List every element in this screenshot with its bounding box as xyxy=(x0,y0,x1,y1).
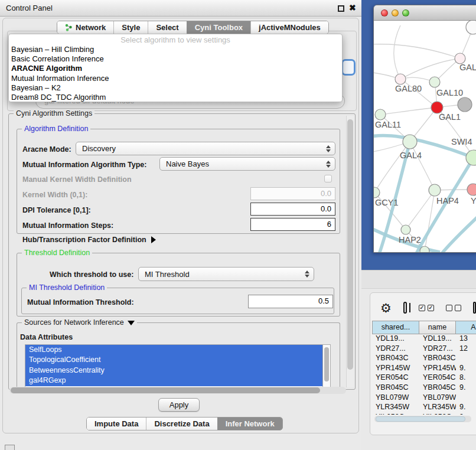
network-node[interactable] xyxy=(458,97,472,112)
table-hscrollbar-thumb[interactable] xyxy=(376,416,465,422)
node-table[interactable]: shared...nameA YDL19...YDL19...13YDR27..… xyxy=(372,321,476,415)
float-window-icon[interactable] xyxy=(338,5,344,12)
network-canvas[interactable]: GALGAL80GAL10GAL1GAL11SWI4GAL4HAP4YGCY1H… xyxy=(374,21,476,253)
mi-threshold-legend: MI Threshold Definition xyxy=(27,283,107,292)
table-cell: YER054C xyxy=(372,373,419,383)
table-cell: YDR27... xyxy=(372,344,419,354)
tab-style[interactable]: Style xyxy=(113,21,148,34)
aracne-mode-label: Aracne Mode: xyxy=(22,145,71,154)
kernel-width-field[interactable]: 0.0 xyxy=(250,187,335,200)
network-node-hap4[interactable] xyxy=(429,184,441,196)
network-window-titlebar[interactable] xyxy=(374,5,476,21)
tab-label: Select xyxy=(156,23,178,32)
mac-minimize-icon[interactable] xyxy=(392,9,399,17)
manual-kernel-label: Manual Kernel Width Definition xyxy=(22,175,132,184)
table-toolbar: ⚙ ✓✓ xyxy=(380,297,476,318)
table-row[interactable]: YBR043CYBR043C xyxy=(372,354,476,364)
network-edge xyxy=(380,107,437,115)
network-node-y[interactable] xyxy=(467,184,476,195)
table-row[interactable]: YDR27...YDR27...12 xyxy=(372,344,476,354)
table-column-header[interactable]: name xyxy=(419,321,456,334)
algorithm-definition-legend: Algorithm Definition xyxy=(22,125,90,133)
table-row[interactable]: YLR345WYLR345W9. xyxy=(372,403,476,413)
table-row[interactable]: YER054CYER054C8. xyxy=(372,373,476,383)
aracne-mode-combo[interactable]: Discovery xyxy=(76,142,335,155)
network-node-hap2[interactable] xyxy=(401,225,410,234)
table-column-header[interactable]: shared... xyxy=(372,321,419,334)
tab-jactivemnodules[interactable]: jActiveMNodules xyxy=(250,21,328,34)
attribute-item[interactable]: SelfLoops xyxy=(25,345,322,355)
collapsed-panel-icon[interactable] xyxy=(5,445,15,450)
dpi-tolerance-label: DPI Tolerance [0,1]: xyxy=(22,206,91,214)
tab-label: Cyni Toolbox xyxy=(195,23,243,32)
table-row[interactable]: YBR045CYBR045C9. xyxy=(372,383,476,393)
dpi-tolerance-field[interactable]: 0.0 xyxy=(250,203,335,216)
mi-type-combo[interactable]: Naive Bayes xyxy=(159,157,335,171)
mi-threshold-field[interactable]: 0.5 xyxy=(248,295,333,308)
table-column-header[interactable]: A xyxy=(456,321,476,334)
mi-threshold-label: Mutual Information Threshold: xyxy=(27,298,134,306)
tab-label: Discretize Data xyxy=(154,419,209,428)
bottom-tab-discretize-data[interactable]: Discretize Data xyxy=(146,418,217,430)
node-label: GCY1 xyxy=(375,198,399,207)
attributes-scrollbar[interactable] xyxy=(323,344,331,387)
settings-vscrollbar-thumb[interactable] xyxy=(347,119,353,370)
algorithm-option[interactable]: Bayesian – Hill Climbing xyxy=(9,45,342,54)
tab-network[interactable]: Network xyxy=(57,21,113,34)
table-row[interactable]: YPR145WYPR145W9. xyxy=(372,364,476,374)
bottom-tab-impute-data[interactable]: Impute Data xyxy=(87,418,146,430)
network-edge xyxy=(425,190,435,251)
table-cell: YPR145W xyxy=(419,364,456,374)
mi-steps-field[interactable]: 6 xyxy=(250,218,335,231)
tab-label: Network xyxy=(76,23,106,32)
attribute-item[interactable]: TopologicalCoefficient xyxy=(25,355,322,365)
algorithm-option[interactable]: Basic Correlation Inference xyxy=(9,54,342,64)
algorithm-option[interactable]: Bayesian – K2 xyxy=(9,83,342,93)
aracne-mode-value: Discovery xyxy=(82,144,116,153)
bottom-tab-infer-network[interactable]: Infer Network xyxy=(217,418,282,430)
network-node[interactable] xyxy=(420,246,429,253)
mac-zoom-icon[interactable] xyxy=(402,9,409,17)
network-edge xyxy=(406,190,435,230)
network-node-gal11[interactable] xyxy=(375,109,386,120)
manual-kernel-checkbox[interactable] xyxy=(324,175,332,182)
table-panel-titlebar: Table Panel xyxy=(361,270,476,289)
attribute-item[interactable]: BetweennessCentrality xyxy=(25,366,322,376)
which-threshold-combo[interactable]: MI Threshold xyxy=(138,267,314,281)
tab-label: jActiveMNodules xyxy=(259,23,321,32)
export-table-icon[interactable] xyxy=(473,302,476,314)
network-node-gcy1[interactable] xyxy=(374,187,380,198)
algorithm-option[interactable]: ARACNE Algorithm xyxy=(9,64,342,73)
focused-combo-spinner[interactable] xyxy=(341,59,356,76)
table-row[interactable]: YDL19...YDL19...13 xyxy=(372,334,476,344)
network-node[interactable] xyxy=(466,21,476,34)
select-all-checkboxes-icon[interactable]: ✓✓ xyxy=(419,305,434,311)
tab-select[interactable]: Select xyxy=(148,21,186,34)
table-cell: 9. xyxy=(456,364,476,374)
algorithm-option[interactable]: Mutual Information Inference xyxy=(9,74,342,83)
table-row[interactable]: YBL079WYBL079W xyxy=(372,393,476,403)
apply-button[interactable]: Apply xyxy=(158,398,200,412)
table-cell: YIL052C xyxy=(419,413,456,415)
network-node-swi4[interactable] xyxy=(466,150,476,165)
tab-cyni-toolbox[interactable]: Cyni Toolbox xyxy=(187,21,250,34)
data-attributes-list[interactable]: SelfLoopsTopologicalCoefficientBetweenne… xyxy=(25,344,323,387)
hub-definition-expander[interactable]: Hub/Transcription Factor Definition xyxy=(22,236,156,244)
deselect-all-checkboxes-icon[interactable] xyxy=(446,305,461,311)
attributes-scrollbar-thumb[interactable] xyxy=(324,347,329,381)
network-node-gal4[interactable] xyxy=(403,135,417,149)
algorithm-option[interactable]: Dream8 DC_TDC Algorithm xyxy=(9,93,342,102)
settings-hscrollbar-thumb[interactable] xyxy=(11,387,320,393)
network-node-gal1[interactable] xyxy=(431,102,443,113)
network-node-gal10[interactable] xyxy=(429,77,440,87)
table-cell xyxy=(456,354,476,364)
gear-icon[interactable]: ⚙ xyxy=(380,302,392,314)
network-node-gal80[interactable] xyxy=(395,74,406,84)
attribute-item[interactable]: gal4RGexp xyxy=(25,376,322,386)
mac-close-icon[interactable] xyxy=(381,9,388,17)
network-icon xyxy=(65,24,73,31)
columns-icon[interactable] xyxy=(403,302,407,314)
close-window-icon[interactable]: ✖ xyxy=(349,3,356,12)
table-row[interactable]: YIL052CYIL052C9 xyxy=(372,413,476,415)
network-edge xyxy=(410,142,435,190)
